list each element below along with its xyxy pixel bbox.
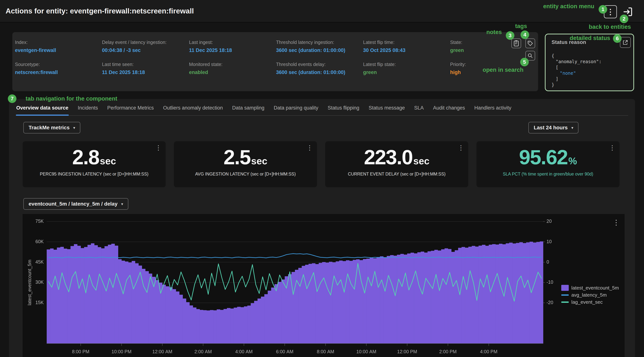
tab-status-message[interactable]: Status message — [368, 103, 405, 115]
external-link-icon — [622, 40, 628, 46]
annotation-tab-navigation: tab navigation for the component — [26, 95, 117, 102]
info-field-label: Threshold events delay: — [276, 62, 363, 67]
time-range-label: Last 24 hours — [534, 125, 568, 131]
metrics-dropdown[interactable]: TrackMe metrics ▾ — [23, 122, 80, 133]
series-dropdown-label: eventcount_5m / latency_5m / delay — [28, 201, 118, 207]
tab-handlers-activity[interactable]: Handlers activity — [474, 103, 512, 115]
legend-label: latest_eventcount_5m — [571, 285, 619, 291]
info-field-value: 3600 sec (duration: 01:00:00) — [276, 70, 363, 75]
annotation-badge-3: 3 — [506, 31, 514, 40]
info-field-label: Index: — [15, 40, 102, 45]
notes-button[interactable] — [512, 39, 521, 48]
info-field: Index:eventgen-firewall — [15, 40, 102, 62]
tab-performance-metrics[interactable]: Performance Metrics — [107, 103, 154, 115]
time-range-dropdown[interactable]: Last 24 hours ▾ — [528, 122, 578, 133]
tab-status-flipping[interactable]: Status flipping — [327, 103, 360, 115]
annotation-badge-6: 6 — [613, 34, 622, 43]
tab-incidents[interactable]: Incidents — [77, 103, 98, 115]
info-field-value: eventgen-firewall — [15, 48, 102, 53]
metric-value: 2.5 — [224, 147, 250, 167]
annotation-badge-1: 1 — [598, 5, 607, 14]
legend-swatch — [561, 285, 569, 291]
tags-button[interactable] — [526, 39, 535, 48]
legend-item-latest_eventcount_5m[interactable]: latest_eventcount_5m — [561, 285, 619, 291]
legend-item-avg_latency_5m[interactable]: avg_latency_5m — [561, 292, 619, 298]
page-title: Actions for entity: eventgen-firewall:ne… — [6, 0, 194, 22]
card-menu-button[interactable]: ⋮ — [306, 144, 313, 151]
metric-caption: PERC95 INGESTION LATENCY (sec or [D+]HH:… — [40, 172, 148, 177]
info-field: Latest flip state:green — [363, 62, 450, 84]
status-json-line: } — [552, 82, 602, 88]
legend-label: lag_event_sec — [571, 299, 603, 305]
info-field-label: Last time seen: — [102, 62, 189, 67]
annotation-notes: notes — [486, 29, 502, 36]
card-menu-button[interactable]: ⋮ — [609, 144, 616, 151]
info-field-label: Delay event / latency ingestion: — [102, 40, 189, 45]
legend-item-lag_event_sec[interactable]: lag_event_sec — [561, 299, 619, 305]
annotation-detailed-status: detailed status — [570, 35, 610, 42]
metric-unit: sec — [251, 155, 268, 167]
info-field: Last ingest:11 Dec 2025 18:18 — [189, 40, 276, 62]
entity-info-grid: Index:eventgen-firewallDelay event / lat… — [15, 40, 537, 84]
tag-icon — [527, 40, 533, 46]
timeseries-chart-canvas[interactable] — [22, 214, 624, 357]
annotation-badge-5: 5 — [520, 58, 529, 66]
metric-card: ⋮223.0secCURRENT EVENT DELAY (sec or [D+… — [325, 141, 468, 187]
clipboard-icon — [514, 40, 519, 47]
annotation-tags: tags — [515, 23, 527, 30]
card-menu-button[interactable]: ⋮ — [458, 144, 464, 151]
tab-audit-changes[interactable]: Audit changes — [432, 103, 465, 115]
info-field-label: Sourcetype: — [15, 62, 102, 67]
tab-navigation: Overview data sourceIncidentsPerformance… — [16, 103, 628, 116]
chevron-down-icon: ▾ — [571, 126, 573, 130]
chart-menu-button[interactable]: ⋮ — [612, 218, 620, 227]
trackme-entity-page: Actions for entity: eventgen-firewall:ne… — [0, 0, 644, 357]
entity-info-panel: Index:eventgen-firewallDelay event / lat… — [12, 32, 538, 91]
search-icon — [528, 53, 533, 59]
info-field-value: 11 Dec 2025 18:18 — [102, 70, 189, 75]
series-dropdown[interactable]: eventcount_5m / latency_5m / delay ▾ — [23, 198, 128, 210]
metric-value-row: 2.5sec — [224, 147, 268, 167]
tab-overview-data-source[interactable]: Overview data source — [16, 103, 69, 115]
metric-value: 2.8 — [72, 147, 99, 167]
info-field-value: enabled — [189, 70, 276, 75]
tab-data-parsing-quality[interactable]: Data parsing quality — [274, 103, 319, 115]
card-menu-button[interactable]: ⋮ — [155, 144, 162, 151]
info-field-label: Latest flip state: — [363, 62, 450, 67]
annotation-back-to-entities: back to entities — [589, 24, 631, 30]
metric-value-row: 95.62% — [519, 147, 577, 167]
info-field-value: green — [363, 70, 450, 75]
metric-caption: AVG INGESTION LATENCY (sec or [D+]HH:MM:… — [195, 172, 296, 177]
annotation-badge-7: 7 — [8, 94, 16, 103]
timeseries-chart-panel — [22, 214, 624, 357]
info-field-label: Last ingest: — [189, 40, 276, 45]
status-json-line: [ — [552, 65, 602, 71]
info-field-label: State: — [450, 40, 537, 45]
metric-value-row: 223.0sec — [364, 147, 430, 167]
info-field-value: netscreen:firewall — [15, 70, 102, 75]
annotation-entity-action-menu: entity action menu — [543, 3, 594, 10]
annotation-badge-2: 2 — [620, 15, 628, 23]
metrics-dropdown-label: TrackMe metrics — [28, 125, 70, 131]
metric-unit: sec — [100, 155, 116, 167]
metric-card: ⋮95.62%SLA PCT (% time spent in green/bl… — [476, 141, 620, 187]
metric-cards-row: ⋮2.8secPERC95 INGESTION LATENCY (sec or … — [22, 141, 620, 187]
tab-outliers-anomaly-detection[interactable]: Outliers anomaly detection — [163, 103, 223, 115]
info-field: Threshold events delay:3600 sec (duratio… — [276, 62, 363, 84]
chart-legend: latest_eventcount_5mavg_latency_5mlag_ev… — [561, 285, 619, 305]
info-field-value: green — [450, 48, 537, 53]
info-field-value: 00:04:38 / -3 sec — [102, 48, 189, 53]
info-field: Threshold latency ingestion:3600 sec (du… — [276, 40, 363, 62]
tab-sla[interactable]: SLA — [414, 103, 424, 115]
info-field-value: 11 Dec 2025 18:18 — [189, 48, 276, 53]
info-field: Delay event / latency ingestion:00:04:38… — [102, 40, 189, 62]
status-reason-json: {"anomaly_reason":["none"]} — [552, 53, 602, 88]
chevron-down-icon: ▾ — [73, 126, 75, 130]
info-field-label: Monitored state: — [189, 62, 276, 67]
detailed-status-panel: Status reason {"anomaly_reason":["none"]… — [545, 34, 634, 91]
info-field: Latest flip time:30 Oct 2025 08:43 — [363, 40, 450, 62]
annotation-open-in-search: open in search — [483, 67, 524, 73]
metric-value: 223.0 — [364, 147, 412, 167]
tab-data-sampling[interactable]: Data sampling — [232, 103, 265, 115]
status-json-line: "none" — [552, 71, 602, 76]
